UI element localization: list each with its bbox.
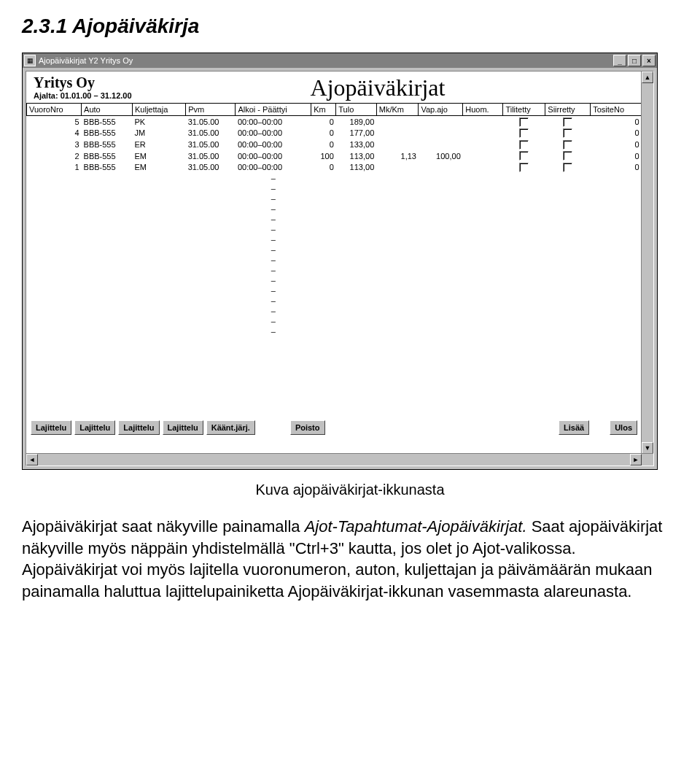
sort2-button[interactable]: Lajittelu — [74, 420, 115, 435]
cell-aika: 00:00–00:00 — [236, 150, 311, 162]
checkbox-tilitetty[interactable] — [519, 117, 529, 127]
cell-aika: 00:00–00:00 — [236, 139, 311, 150]
scroll-up-icon[interactable]: ▲ — [642, 72, 653, 83]
checkbox-tilitetty[interactable] — [519, 140, 529, 150]
cell-kuljettaja: EM — [133, 161, 186, 173]
cell-aika: 00:00–00:00 — [236, 161, 311, 173]
exit-button[interactable]: Ulos — [610, 420, 637, 435]
cell-tilitetty — [503, 128, 545, 139]
col-huom[interactable]: Huom. — [463, 104, 503, 116]
cell-pvm: 31.05.00 — [186, 128, 236, 139]
checkbox-tilitetty[interactable] — [519, 163, 529, 172]
cell-km: 100 — [311, 150, 336, 162]
table-row[interactable]: 3BBB-555ER31.05.0000:00–00:000133,000 — [27, 139, 642, 150]
empty-row: – — [27, 183, 642, 193]
minimize-button[interactable]: _ — [613, 55, 626, 66]
cell-tulo: 113,00 — [336, 161, 376, 173]
empty-row: – — [27, 316, 642, 326]
col-vapajo[interactable]: Vap.ajo — [419, 104, 463, 116]
cell-vap — [419, 116, 463, 128]
cell-kuljettaja: PK — [133, 116, 186, 128]
maximize-button[interactable]: □ — [628, 55, 641, 66]
cell-auto: BBB-555 — [82, 128, 133, 139]
cell-mkkm — [376, 161, 419, 173]
cell-vap — [419, 139, 463, 150]
document-content: Yritys Oy Ajalta: 01.01.00 – 31.12.00 Aj… — [26, 72, 642, 454]
empty-row: – — [27, 214, 642, 224]
horizontal-scrollbar[interactable]: ◄ ► — [26, 453, 653, 466]
cell-vuoronro: 2 — [27, 150, 82, 162]
col-auto[interactable]: Auto — [82, 104, 133, 116]
titlebar: ▦ Ajopäiväkirjat Y2 Yritys Oy _ □ × — [23, 53, 657, 68]
table-row[interactable]: 4BBB-555JM31.05.0000:00–00:000177,000 — [27, 128, 642, 139]
cell-tilitetty — [503, 116, 545, 128]
cell-tilitetty — [503, 150, 545, 162]
cell-tilitetty — [503, 161, 545, 173]
cell-pvm: 31.05.00 — [186, 116, 236, 128]
figure-caption: Kuva ajopäiväkirjat-ikkunasta — [22, 482, 678, 498]
sort4-button[interactable]: Lajittelu — [163, 420, 203, 435]
table-row[interactable]: 2BBB-555EM31.05.0000:00–00:00100113,001,… — [27, 150, 642, 162]
scroll-right-icon[interactable]: ► — [630, 454, 642, 466]
cell-mkkm — [376, 116, 419, 128]
cell-tulo: 113,00 — [336, 150, 376, 162]
sort1-button[interactable]: Lajittelu — [31, 420, 71, 435]
empty-row: – — [27, 306, 642, 316]
table-row[interactable]: 1BBB-555EM31.05.0000:00–00:000113,000 — [27, 161, 642, 173]
checkbox-siirretty[interactable] — [563, 117, 572, 127]
checkbox-siirretty[interactable] — [563, 151, 572, 161]
empty-row: – — [27, 244, 642, 255]
scroll-left-icon[interactable]: ◄ — [26, 454, 38, 466]
col-tositeno[interactable]: TositeNo — [591, 104, 642, 116]
col-tilitetty[interactable]: Tilitetty — [503, 104, 545, 116]
cell-vuoronro: 3 — [27, 139, 82, 150]
col-siirretty[interactable]: Siirretty — [545, 104, 591, 116]
empty-row: – — [27, 255, 642, 265]
doc-title: Ajopäiväkirjat — [179, 74, 576, 101]
cell-auto: BBB-555 — [82, 150, 133, 162]
vertical-scrollbar[interactable]: ▲ ▼ — [641, 72, 653, 466]
checkbox-tilitetty[interactable] — [519, 151, 529, 161]
cell-km: 0 — [311, 116, 336, 128]
cell-km: 0 — [311, 161, 336, 173]
checkbox-siirretty[interactable] — [563, 128, 572, 138]
table-row[interactable]: 5BBB-555PK31.05.0000:00–00:000189,000 — [27, 116, 642, 128]
cell-kuljettaja: EM — [133, 150, 186, 162]
doc-header: Yritys Oy Ajalta: 01.01.00 – 31.12.00 Aj… — [26, 72, 642, 103]
scroll-down-icon[interactable]: ▼ — [642, 442, 653, 454]
cell-siirretty — [545, 150, 591, 162]
empty-row: – — [27, 265, 642, 275]
cell-km: 0 — [311, 139, 336, 150]
cell-siirretty — [545, 139, 591, 150]
para1a: Ajopäiväkirjat saat näkyville painamalla — [22, 517, 305, 536]
cell-tositeno: 0 — [591, 128, 642, 139]
empty-row: – — [27, 224, 642, 234]
app-window: ▦ Ajopäiväkirjat Y2 Yritys Oy _ □ × Yrit… — [22, 53, 658, 470]
close-button[interactable]: × — [642, 55, 656, 66]
col-tulo[interactable]: Tulo — [336, 104, 376, 116]
checkbox-siirretty[interactable] — [563, 140, 572, 150]
col-vuoronro[interactable]: VuoroNro — [27, 104, 82, 116]
para1b: Ajot-Tapahtumat-Ajopäiväkirjat. — [305, 517, 527, 536]
col-alkoi-paattyi[interactable]: Alkoi - Päättyi — [236, 104, 311, 116]
col-kuljettaja[interactable]: Kuljettaja — [133, 104, 186, 116]
reverse-button[interactable]: Käänt.järj. — [206, 420, 255, 435]
cell-km: 0 — [311, 128, 336, 139]
col-pvm[interactable]: Pvm — [186, 104, 236, 116]
col-km[interactable]: Km — [311, 104, 336, 116]
checkbox-siirretty[interactable] — [563, 163, 572, 172]
cell-mkkm — [376, 128, 419, 139]
cell-pvm: 31.05.00 — [186, 150, 236, 162]
add-button[interactable]: Lisää — [559, 420, 589, 435]
cell-kuljettaja: ER — [133, 139, 186, 150]
body-paragraph-2: Ajopäiväkirjat voi myös lajitella vuoron… — [22, 559, 664, 602]
sort3-button[interactable]: Lajittelu — [118, 420, 159, 435]
col-mkkm[interactable]: Mk/Km — [376, 104, 419, 116]
body-paragraph-1: Ajopäiväkirjat saat näkyville painamalla… — [22, 516, 664, 559]
company-name: Yritys Oy — [34, 74, 179, 91]
empty-row: – — [27, 295, 642, 306]
checkbox-tilitetty[interactable] — [519, 128, 529, 138]
cell-tositeno: 0 — [591, 139, 642, 150]
delete-button[interactable]: Poisto — [290, 420, 325, 435]
window-client: Yritys Oy Ajalta: 01.01.00 – 31.12.00 Aj… — [23, 68, 657, 469]
